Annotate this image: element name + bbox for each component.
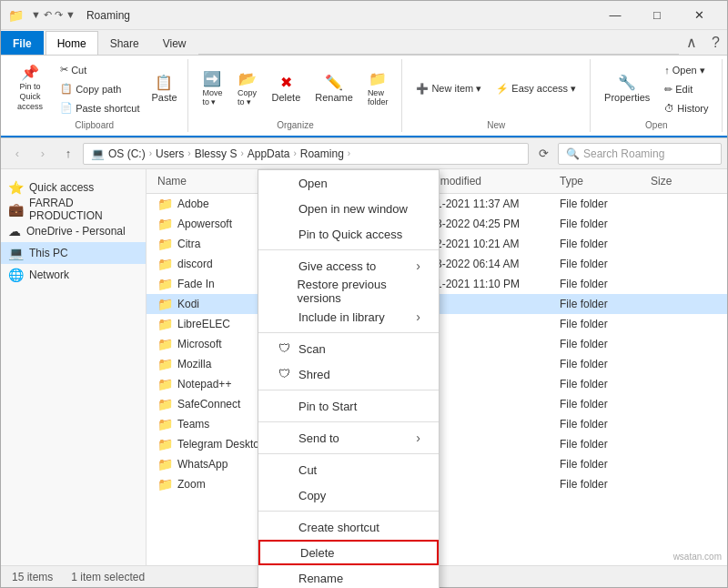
help-btn[interactable]: ? — [704, 31, 727, 55]
folder-icon: 📁 — [157, 277, 173, 291]
ctx-icon-restore-prev — [277, 284, 289, 299]
folder-icon: 📁 — [157, 257, 173, 271]
folder-icon: 📁 — [157, 397, 173, 411]
path-roaming[interactable]: Roaming — [300, 147, 344, 160]
delete-label: Delete — [272, 92, 301, 103]
folder-icon: 📁 — [157, 217, 173, 231]
folder-icon: 📁 — [157, 437, 173, 451]
new-folder-btn[interactable]: Newfolder — [361, 68, 395, 110]
tab-file[interactable]: File — [1, 31, 44, 55]
properties-icon — [618, 76, 636, 90]
history-btn[interactable]: ⏱ History — [658, 100, 714, 117]
ctx-item-scan[interactable]: 🛡Scan — [258, 336, 439, 361]
rename-btn[interactable]: Rename — [308, 72, 359, 106]
ctx-item-pin-to-quick[interactable]: Pin to Quick access — [258, 221, 439, 247]
file-type-cell: File folder — [556, 438, 647, 451]
file-type-cell: File folder — [556, 198, 647, 210]
address-bar: ‹ › ↑ 💻 OS (C:) › Users › Blessy S › App… — [1, 138, 727, 169]
properties-btn[interactable]: Properties — [598, 72, 656, 106]
path-users[interactable]: Users — [156, 147, 184, 160]
ctx-item-shred[interactable]: 🛡Shred — [258, 361, 439, 387]
easy-access-label: Easy access ▾ — [511, 83, 576, 95]
file-name: Zoom — [177, 478, 206, 491]
organize-group: Moveto ▾ Copyto ▾ Delete Rename — [188, 59, 402, 132]
back-button[interactable]: ‹ — [6, 143, 28, 165]
ctx-separator — [258, 390, 439, 390]
ctx-item-give-access[interactable]: Give access to — [258, 253, 439, 279]
ctx-item-include-library[interactable]: Include in library — [258, 304, 439, 329]
file-name: Fade In — [177, 278, 215, 290]
open-label: Open — [645, 118, 667, 130]
copy-path-btn[interactable]: 📋 Copy path — [54, 80, 146, 97]
ctx-item-cut[interactable]: Cut — [258, 457, 439, 482]
tab-share[interactable]: Share — [98, 31, 151, 55]
pin-to-quick-btn[interactable]: Pin to Quickaccess — [8, 62, 52, 115]
path-osc[interactable]: OS (C:) — [108, 147, 146, 160]
new-item-btn[interactable]: ➕ New item ▾ — [410, 80, 488, 97]
edit-btn[interactable]: ✏ Edit — [658, 81, 714, 98]
sidebar: ⭐ Quick access 💼 FARRAD PRODUCTION ☁ One… — [1, 169, 147, 565]
ctx-label-copy: Copy — [298, 489, 326, 502]
maximize-button[interactable]: □ — [636, 1, 678, 30]
copy-to-btn[interactable]: Copyto ▾ — [231, 68, 264, 110]
forward-button[interactable]: › — [32, 143, 54, 165]
sidebar-label-onedrive: OneDrive - Personal — [26, 225, 126, 238]
network-icon: 🌐 — [8, 268, 24, 282]
path-appdata[interactable]: AppData — [248, 147, 290, 160]
open-btn[interactable]: ↑ Open ▾ — [658, 62, 714, 79]
cut-btn[interactable]: ✂ Cut — [54, 61, 146, 78]
file-type-cell: File folder — [556, 478, 647, 491]
move-to-btn[interactable]: Moveto ▾ — [196, 68, 228, 110]
ctx-item-rename[interactable]: Rename — [258, 565, 439, 588]
item-count: 15 items — [12, 571, 53, 583]
sidebar-label-this-pc: This PC — [29, 247, 68, 259]
path-user[interactable]: Blessy S — [195, 147, 238, 160]
paste-shortcut-btn[interactable]: 📄 Paste shortcut — [54, 99, 146, 117]
close-button[interactable]: ✕ — [678, 1, 720, 30]
folder-icon: 📁 — [157, 417, 173, 431]
file-name: Notepad++ — [177, 378, 231, 390]
header-type[interactable]: Type — [556, 173, 647, 189]
refresh-button[interactable]: ⟳ — [532, 143, 554, 165]
folder-icon: 📁 — [157, 237, 173, 251]
ctx-label-create-shortcut: Create shortcut — [298, 521, 379, 534]
sidebar-item-farrad[interactable]: 💼 FARRAD PRODUCTION — [1, 198, 146, 220]
ctx-separator — [258, 511, 439, 512]
file-name: Citra — [177, 238, 200, 250]
paste-btn[interactable]: 📋 Paste — [147, 72, 180, 106]
ctx-item-open[interactable]: Open — [258, 170, 439, 196]
delete-btn[interactable]: Delete — [266, 72, 308, 106]
ribbon-collapse-btn[interactable]: ∧ — [679, 30, 704, 55]
ctx-item-send-to[interactable]: Send to — [258, 425, 439, 451]
sidebar-label-quick-access: Quick access — [29, 181, 94, 194]
open-icon: ↑ — [664, 65, 670, 76]
minimize-button[interactable]: — — [594, 1, 636, 30]
sidebar-item-quick-access[interactable]: ⭐ Quick access — [1, 177, 146, 198]
ctx-item-pin-to-start[interactable]: Pin to Start — [258, 393, 439, 419]
ctx-item-restore-prev[interactable]: Restore previous versions — [258, 279, 439, 304]
ctx-icon-open — [277, 176, 291, 190]
ctx-item-delete[interactable]: Delete — [258, 540, 439, 565]
edit-label: Edit — [675, 84, 693, 95]
search-box[interactable]: 🔍 Search Roaming — [558, 143, 722, 165]
ctx-icon-pin-to-quick — [277, 227, 291, 241]
organize-label: Organize — [277, 118, 314, 130]
address-path[interactable]: 💻 OS (C:) › Users › Blessy S › AppData ›… — [83, 143, 529, 165]
sidebar-item-this-pc[interactable]: 💻 This PC — [1, 242, 146, 264]
sidebar-item-network[interactable]: 🌐 Network — [1, 264, 146, 286]
select-group: ☑ Select all ⬜ Select none 🔄 Invert sele… — [723, 59, 728, 132]
sidebar-label-farrad: FARRAD PRODUCTION — [29, 197, 138, 222]
new-item-label: New item ▾ — [431, 83, 481, 95]
ctx-item-open-new-window[interactable]: Open in new window — [258, 196, 439, 221]
file-name: SafeConnect — [177, 398, 240, 411]
ctx-item-copy[interactable]: Copy — [258, 482, 439, 508]
tab-view[interactable]: View — [151, 31, 198, 55]
header-size[interactable]: Size — [647, 173, 720, 189]
easy-access-btn[interactable]: ⚡ Easy access ▾ — [490, 80, 582, 97]
cut-icon: ✂ — [60, 64, 68, 76]
tab-home[interactable]: Home — [46, 31, 98, 55]
ctx-icon-pin-to-start — [277, 399, 291, 413]
ctx-item-create-shortcut[interactable]: Create shortcut — [258, 514, 439, 540]
up-button[interactable]: ↑ — [57, 143, 79, 165]
sidebar-item-onedrive[interactable]: ☁ OneDrive - Personal — [1, 220, 146, 242]
